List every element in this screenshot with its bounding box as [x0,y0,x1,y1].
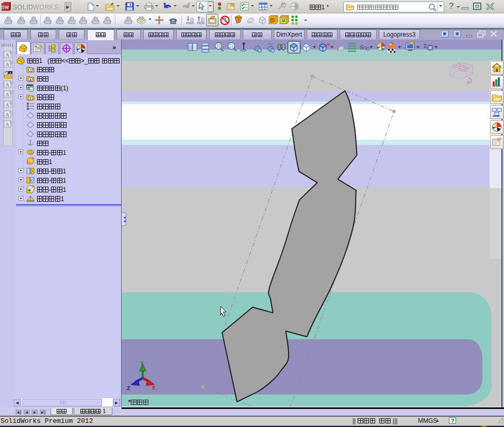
svg-text:Σ: Σ [424,43,427,49]
svg-text:Y: Y [140,360,144,367]
svg-text:A: A [9,72,11,75]
svg-text:Σ: Σ [29,96,32,101]
svg-text:A: A [5,82,9,88]
svg-text:A: A [5,92,9,97]
svg-text:A: A [5,112,9,118]
svg-text:A: A [29,78,32,83]
svg-text:A: A [5,52,9,58]
svg-text:A: A [5,122,9,127]
svg-text:A: A [5,102,9,108]
svg-text:Z: Z [127,385,130,391]
svg-text:A: A [5,62,9,68]
svg-text:X: X [152,385,156,391]
svg-text:6: 6 [360,44,363,51]
svg-text:SW: SW [2,5,9,10]
